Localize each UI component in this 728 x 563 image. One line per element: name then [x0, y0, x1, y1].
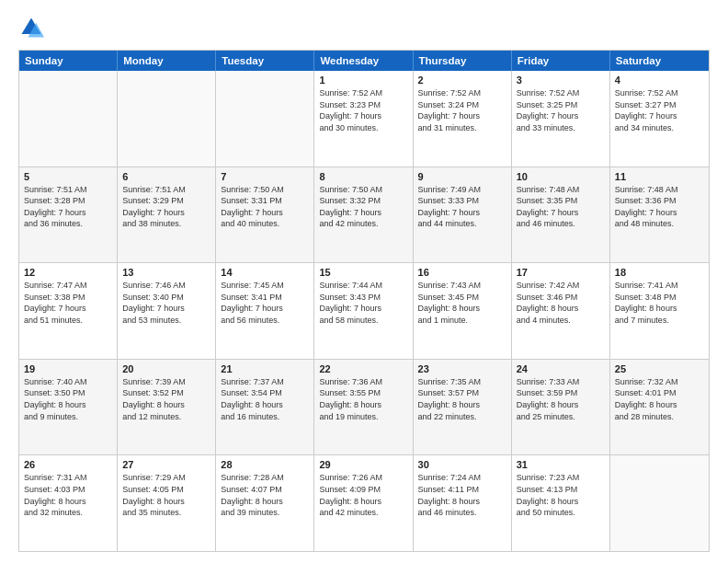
header-day-saturday: Saturday: [610, 51, 709, 71]
day-cell-9: 9Sunrise: 7:49 AM Sunset: 3:33 PM Daylig…: [414, 167, 512, 263]
calendar-row-3: 19Sunrise: 7:40 AM Sunset: 3:50 PM Dayli…: [19, 359, 709, 455]
day-number: 26: [24, 459, 112, 470]
header-day-thursday: Thursday: [414, 51, 512, 71]
calendar-row-4: 26Sunrise: 7:31 AM Sunset: 4:03 PM Dayli…: [19, 454, 709, 551]
day-number: 22: [319, 363, 407, 374]
day-cell-22: 22Sunrise: 7:36 AM Sunset: 3:55 PM Dayli…: [314, 360, 413, 455]
empty-cell-0-2: [216, 71, 314, 167]
day-info: Sunrise: 7:28 AM Sunset: 4:07 PM Dayligh…: [221, 472, 309, 518]
day-cell-23: 23Sunrise: 7:35 AM Sunset: 3:57 PM Dayli…: [414, 360, 512, 455]
day-number: 24: [517, 363, 605, 374]
day-info: Sunrise: 7:32 AM Sunset: 4:01 PM Dayligh…: [615, 376, 704, 422]
calendar: SundayMondayTuesdayWednesdayThursdayFrid…: [18, 50, 710, 552]
day-cell-12: 12Sunrise: 7:47 AM Sunset: 3:38 PM Dayli…: [19, 263, 118, 359]
day-number: 7: [221, 171, 309, 182]
day-cell-11: 11Sunrise: 7:48 AM Sunset: 3:36 PM Dayli…: [610, 167, 709, 263]
day-cell-8: 8Sunrise: 7:50 AM Sunset: 3:32 PM Daylig…: [314, 167, 413, 263]
header-day-sunday: Sunday: [19, 51, 118, 71]
day-number: 25: [615, 363, 704, 374]
day-cell-29: 29Sunrise: 7:26 AM Sunset: 4:09 PM Dayli…: [314, 455, 413, 551]
day-cell-7: 7Sunrise: 7:50 AM Sunset: 3:31 PM Daylig…: [216, 167, 314, 263]
day-info: Sunrise: 7:48 AM Sunset: 3:35 PM Dayligh…: [517, 184, 605, 230]
day-number: 27: [122, 459, 210, 470]
day-number: 29: [319, 459, 407, 470]
day-info: Sunrise: 7:24 AM Sunset: 4:11 PM Dayligh…: [418, 472, 506, 518]
day-cell-25: 25Sunrise: 7:32 AM Sunset: 4:01 PM Dayli…: [610, 360, 709, 455]
day-info: Sunrise: 7:47 AM Sunset: 3:38 PM Dayligh…: [24, 280, 112, 326]
day-info: Sunrise: 7:29 AM Sunset: 4:05 PM Dayligh…: [122, 472, 210, 518]
day-cell-5: 5Sunrise: 7:51 AM Sunset: 3:28 PM Daylig…: [19, 167, 118, 263]
day-cell-14: 14Sunrise: 7:45 AM Sunset: 3:41 PM Dayli…: [216, 263, 314, 359]
day-cell-20: 20Sunrise: 7:39 AM Sunset: 3:52 PM Dayli…: [118, 360, 216, 455]
day-cell-16: 16Sunrise: 7:43 AM Sunset: 3:45 PM Dayli…: [414, 263, 512, 359]
day-number: 2: [418, 75, 506, 86]
day-number: 1: [319, 75, 407, 86]
day-info: Sunrise: 7:50 AM Sunset: 3:32 PM Dayligh…: [319, 184, 407, 230]
day-number: 23: [418, 363, 506, 374]
page: SundayMondayTuesdayWednesdayThursdayFrid…: [0, 0, 728, 563]
day-cell-6: 6Sunrise: 7:51 AM Sunset: 3:29 PM Daylig…: [118, 167, 216, 263]
day-number: 12: [24, 267, 112, 278]
calendar-row-2: 12Sunrise: 7:47 AM Sunset: 3:38 PM Dayli…: [19, 262, 709, 359]
day-cell-15: 15Sunrise: 7:44 AM Sunset: 3:43 PM Dayli…: [314, 263, 413, 359]
calendar-header: SundayMondayTuesdayWednesdayThursdayFrid…: [19, 51, 709, 71]
day-number: 4: [615, 75, 704, 86]
day-info: Sunrise: 7:44 AM Sunset: 3:43 PM Dayligh…: [319, 280, 407, 326]
day-info: Sunrise: 7:33 AM Sunset: 3:59 PM Dayligh…: [517, 376, 605, 422]
day-info: Sunrise: 7:50 AM Sunset: 3:31 PM Dayligh…: [221, 184, 309, 230]
day-number: 20: [122, 363, 210, 374]
day-number: 8: [319, 171, 407, 182]
day-number: 6: [122, 171, 210, 182]
day-info: Sunrise: 7:52 AM Sunset: 3:25 PM Dayligh…: [517, 87, 605, 133]
calendar-body: 1Sunrise: 7:52 AM Sunset: 3:23 PM Daylig…: [19, 71, 709, 551]
day-info: Sunrise: 7:42 AM Sunset: 3:46 PM Dayligh…: [517, 280, 605, 326]
day-number: 10: [517, 171, 605, 182]
day-number: 13: [122, 267, 210, 278]
day-cell-24: 24Sunrise: 7:33 AM Sunset: 3:59 PM Dayli…: [512, 360, 610, 455]
logo-icon: [18, 15, 44, 40]
empty-cell-0-0: [19, 71, 118, 167]
day-info: Sunrise: 7:43 AM Sunset: 3:45 PM Dayligh…: [418, 280, 506, 326]
day-number: 18: [615, 267, 704, 278]
day-cell-26: 26Sunrise: 7:31 AM Sunset: 4:03 PM Dayli…: [19, 455, 118, 551]
day-info: Sunrise: 7:48 AM Sunset: 3:36 PM Dayligh…: [615, 184, 704, 230]
day-number: 16: [418, 267, 506, 278]
day-info: Sunrise: 7:31 AM Sunset: 4:03 PM Dayligh…: [24, 472, 112, 518]
calendar-row-1: 5Sunrise: 7:51 AM Sunset: 3:28 PM Daylig…: [19, 167, 709, 263]
day-cell-18: 18Sunrise: 7:41 AM Sunset: 3:48 PM Dayli…: [610, 263, 709, 359]
day-cell-4: 4Sunrise: 7:52 AM Sunset: 3:27 PM Daylig…: [610, 71, 709, 167]
day-info: Sunrise: 7:46 AM Sunset: 3:40 PM Dayligh…: [122, 280, 210, 326]
day-info: Sunrise: 7:40 AM Sunset: 3:50 PM Dayligh…: [24, 376, 112, 422]
day-info: Sunrise: 7:41 AM Sunset: 3:48 PM Dayligh…: [615, 280, 704, 326]
day-number: 28: [221, 459, 309, 470]
day-cell-21: 21Sunrise: 7:37 AM Sunset: 3:54 PM Dayli…: [216, 360, 314, 455]
day-info: Sunrise: 7:51 AM Sunset: 3:28 PM Dayligh…: [24, 184, 112, 230]
header-day-wednesday: Wednesday: [314, 51, 413, 71]
day-number: 14: [221, 267, 309, 278]
day-cell-31: 31Sunrise: 7:23 AM Sunset: 4:13 PM Dayli…: [512, 455, 610, 551]
day-cell-10: 10Sunrise: 7:48 AM Sunset: 3:35 PM Dayli…: [512, 167, 610, 263]
day-number: 17: [517, 267, 605, 278]
day-info: Sunrise: 7:37 AM Sunset: 3:54 PM Dayligh…: [221, 376, 309, 422]
day-info: Sunrise: 7:23 AM Sunset: 4:13 PM Dayligh…: [517, 472, 605, 518]
day-number: 19: [24, 363, 112, 374]
day-cell-27: 27Sunrise: 7:29 AM Sunset: 4:05 PM Dayli…: [118, 455, 216, 551]
day-number: 11: [615, 171, 704, 182]
day-cell-19: 19Sunrise: 7:40 AM Sunset: 3:50 PM Dayli…: [19, 360, 118, 455]
day-info: Sunrise: 7:39 AM Sunset: 3:52 PM Dayligh…: [122, 376, 210, 422]
day-number: 15: [319, 267, 407, 278]
empty-cell-4-6: [610, 455, 709, 551]
day-info: Sunrise: 7:36 AM Sunset: 3:55 PM Dayligh…: [319, 376, 407, 422]
day-info: Sunrise: 7:52 AM Sunset: 3:27 PM Dayligh…: [615, 87, 704, 133]
header-day-friday: Friday: [512, 51, 610, 71]
day-cell-2: 2Sunrise: 7:52 AM Sunset: 3:24 PM Daylig…: [414, 71, 512, 167]
empty-cell-0-1: [118, 71, 216, 167]
day-info: Sunrise: 7:52 AM Sunset: 3:23 PM Dayligh…: [319, 87, 407, 133]
day-number: 21: [221, 363, 309, 374]
day-number: 5: [24, 171, 112, 182]
day-number: 31: [517, 459, 605, 470]
day-cell-17: 17Sunrise: 7:42 AM Sunset: 3:46 PM Dayli…: [512, 263, 610, 359]
calendar-row-0: 1Sunrise: 7:52 AM Sunset: 3:23 PM Daylig…: [19, 71, 709, 167]
day-info: Sunrise: 7:52 AM Sunset: 3:24 PM Dayligh…: [418, 87, 506, 133]
day-info: Sunrise: 7:35 AM Sunset: 3:57 PM Dayligh…: [418, 376, 506, 422]
